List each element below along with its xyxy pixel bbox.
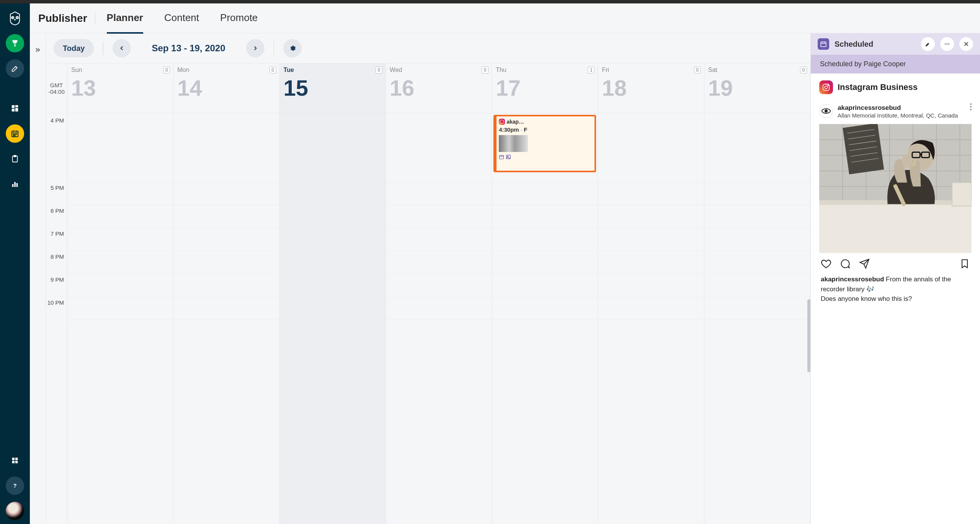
image-icon <box>506 154 511 160</box>
window-chrome-bar <box>0 0 980 3</box>
day-name: Mon <box>177 67 275 73</box>
edit-post-button[interactable] <box>921 37 935 51</box>
day-col-mon[interactable]: Mon140 <box>173 64 279 524</box>
hour-label: 8 PM <box>46 251 67 274</box>
svg-point-28 <box>948 44 949 45</box>
sidebar-publisher-button[interactable] <box>6 124 24 143</box>
post-avatar <box>819 104 833 118</box>
panel-byline: Scheduled by Paige Cooper <box>811 55 980 73</box>
svg-rect-20 <box>15 461 18 463</box>
tz-offset: -04:00 <box>48 88 65 95</box>
day-col-tue[interactable]: Tue150 <box>280 64 386 524</box>
svg-point-9 <box>16 134 17 135</box>
calendar-icon <box>499 154 504 160</box>
day-number: 18 <box>602 76 700 100</box>
tab-content[interactable]: Content <box>164 3 199 34</box>
timezone-label: GMT -04:00 <box>46 64 67 113</box>
day-col-wed[interactable]: Wed160 <box>386 64 492 524</box>
like-icon[interactable] <box>821 258 831 269</box>
scrollbar-thumb[interactable] <box>807 299 810 372</box>
day-number: 13 <box>71 76 169 100</box>
close-panel-button[interactable] <box>959 37 973 51</box>
event-thumbnail <box>499 135 528 152</box>
event-footer-icons <box>499 154 592 160</box>
svg-rect-18 <box>15 458 18 460</box>
next-week-button[interactable] <box>246 39 265 57</box>
bookmark-icon[interactable] <box>959 258 970 269</box>
prev-week-button[interactable] <box>113 39 131 57</box>
svg-rect-14 <box>12 184 14 187</box>
sidebar-help-button[interactable]: ? <box>6 477 24 495</box>
day-col-sun[interactable]: Sun130 <box>67 64 173 524</box>
divider <box>274 41 274 55</box>
svg-rect-3 <box>15 105 18 108</box>
svg-point-7 <box>13 134 14 135</box>
date-range-label: Sep 13 - 19, 2020 <box>152 43 225 54</box>
post-count-badge: 0 <box>800 67 807 73</box>
post-count-badge: 0 <box>270 67 276 73</box>
svg-point-30 <box>825 86 827 88</box>
calendar-settings-button[interactable] <box>283 39 302 57</box>
day-name: Tue <box>284 67 382 73</box>
svg-rect-22 <box>500 155 504 159</box>
panel-header: Scheduled <box>811 33 980 55</box>
day-name: Thu <box>496 67 594 73</box>
svg-rect-5 <box>15 108 18 111</box>
network-name: Instagram Business <box>838 82 918 92</box>
day-col-fri[interactable]: Fri180 <box>598 64 704 524</box>
instagram-badge-icon <box>819 80 833 94</box>
day-number: 19 <box>708 76 806 100</box>
header: Publisher Planner Content Promote <box>30 3 980 33</box>
post-username: akaprincessrosebud <box>838 104 958 112</box>
day-number: 15 <box>284 76 382 100</box>
app-root: ? Publisher Planner Content Promote » To <box>0 3 980 524</box>
day-col-sat[interactable]: Sat190 <box>704 64 810 524</box>
header-tabs: Planner Content Promote <box>107 3 258 34</box>
caption-username: akaprincessrosebud <box>821 276 884 283</box>
day-number: 14 <box>177 76 275 100</box>
sidebar-analytics-button[interactable] <box>6 175 24 193</box>
sidebar-apps-button[interactable] <box>6 451 24 470</box>
hour-label: 5 PM <box>46 182 67 205</box>
time-column: GMT -04:00 4 PM 5 PM 6 PM 7 PM 8 PM 9 PM… <box>46 64 67 524</box>
sidebar-streams-button[interactable] <box>6 99 24 118</box>
hour-label: 9 PM <box>46 274 67 297</box>
svg-point-32 <box>970 103 972 105</box>
brand-owl-icon[interactable] <box>7 10 23 27</box>
svg-rect-19 <box>12 461 15 463</box>
day-number: 17 <box>496 76 594 100</box>
svg-rect-47 <box>819 202 972 253</box>
hour-label: 7 PM <box>46 228 67 251</box>
post-image <box>819 124 972 253</box>
comment-icon[interactable] <box>840 258 851 269</box>
post-more-icon[interactable] <box>970 103 972 112</box>
scheduled-post-event[interactable]: akap… 4:30pm · F <box>493 115 596 172</box>
sidebar-user-avatar[interactable] <box>6 502 24 520</box>
more-options-button[interactable] <box>940 37 954 51</box>
event-account-name: akap… <box>506 119 524 125</box>
event-time: 4:30pm · F <box>499 126 592 133</box>
expand-sidebar-icon[interactable]: » <box>35 45 40 55</box>
sidebar-achievements-button[interactable] <box>6 34 24 52</box>
panel-status-label: Scheduled <box>835 40 916 49</box>
today-button[interactable]: Today <box>54 39 94 57</box>
post-actions-row <box>819 253 972 274</box>
share-icon[interactable] <box>859 258 870 269</box>
day-name: Sat <box>708 67 806 73</box>
sidebar-compose-button[interactable] <box>6 59 24 78</box>
panel-network-row: Instagram Business <box>811 73 980 101</box>
post-caption: akaprincessrosebud From the annals of th… <box>819 274 972 312</box>
post-count-badge: 0 <box>376 67 382 73</box>
app-title: Publisher <box>38 12 95 24</box>
instagram-icon <box>499 119 505 125</box>
post-preview-header: akaprincessrosebud Allan Memorial Instit… <box>819 101 972 124</box>
caption-line-2: Does anyone know who this is? <box>821 295 912 302</box>
day-col-thu[interactable]: Thu171 akap… 4:30pm · F <box>492 64 598 524</box>
sidebar-assignments-button[interactable] <box>6 150 24 168</box>
svg-point-11 <box>15 135 15 136</box>
svg-rect-13 <box>14 155 16 157</box>
tab-planner[interactable]: Planner <box>107 3 143 34</box>
day-number: 16 <box>390 76 488 100</box>
tab-promote[interactable]: Promote <box>220 3 258 34</box>
post-location: Allan Memorial Institute, Montreal, QC, … <box>838 112 958 119</box>
